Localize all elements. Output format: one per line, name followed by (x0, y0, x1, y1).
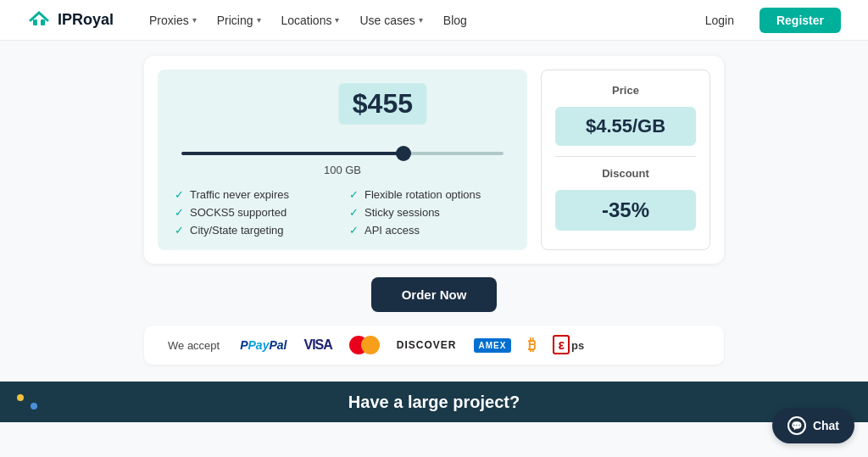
pricing-left: $455 100 GB ✓ Traffic never expires ✓ Fl… (158, 70, 527, 250)
check-icon: ✓ (175, 188, 184, 201)
pricing-right: Price $4.55/GB Discount -35% (541, 70, 710, 250)
nav-blog[interactable]: Blog (435, 8, 476, 32)
slider-container: 100 GB (181, 143, 504, 176)
per-gb-price: $4.55/GB (555, 107, 696, 146)
chat-icon: 💬 (787, 416, 806, 435)
chevron-down-icon: ▾ (192, 15, 197, 25)
svg-rect-0 (33, 20, 37, 25)
discover-icon: DISCOVER (397, 339, 457, 351)
check-icon: ✓ (349, 188, 359, 201)
logo[interactable]: IPRoyal (27, 11, 114, 30)
eps-icon: εps (553, 337, 584, 353)
blue-dot (31, 403, 37, 410)
nav-proxies[interactable]: Proxies ▾ (141, 8, 205, 32)
main-content: $455 100 GB ✓ Traffic never expires ✓ Fl… (0, 41, 868, 380)
nav-right: Login Register (690, 8, 841, 33)
nav-pricing[interactable]: Pricing ▾ (209, 8, 270, 32)
check-icon: ✓ (175, 224, 184, 237)
banner-title: Have a large project? (348, 393, 520, 412)
register-button[interactable]: Register (760, 8, 841, 33)
bitcoin-icon: ₿ (528, 337, 536, 354)
order-section: Order Now (144, 277, 724, 312)
check-icon: ✓ (175, 206, 184, 219)
chat-button[interactable]: 💬 Chat (772, 408, 854, 443)
check-icon: ✓ (349, 224, 359, 237)
total-price: $455 (339, 83, 426, 125)
order-now-button[interactable]: Order Now (371, 277, 498, 312)
discount-section-label: Discount (602, 167, 649, 180)
feature-traffic: ✓ Traffic never expires (175, 188, 336, 201)
slider-label: 100 GB (181, 164, 504, 176)
divider (555, 156, 696, 157)
banner-dots (17, 394, 37, 410)
features-grid: ✓ Traffic never expires ✓ Flexible rotat… (175, 188, 510, 237)
paypal-icon: PPayPal (240, 338, 287, 352)
price-section-label: Price (612, 84, 639, 97)
discount-value: -35% (555, 190, 696, 231)
feature-city-state: ✓ City/State targeting (175, 224, 336, 237)
bottom-banner: Have a large project? (0, 382, 868, 422)
chat-label: Chat (813, 419, 839, 432)
svg-rect-1 (41, 20, 45, 25)
logo-text: IPRoyal (58, 11, 114, 29)
check-icon: ✓ (349, 206, 359, 219)
feature-api: ✓ API access (349, 224, 510, 237)
yellow-dot (17, 394, 24, 401)
visa-icon: VISA (303, 337, 331, 353)
amex-icon: AMEX (474, 338, 512, 353)
payment-icons: PPayPal VISA DISCOVER AMEX ₿ εps (240, 336, 584, 354)
chevron-down-icon: ▾ (335, 15, 339, 25)
login-button[interactable]: Login (690, 8, 749, 33)
chevron-down-icon: ▾ (419, 15, 423, 25)
navbar: IPRoyal Proxies ▾ Pricing ▾ Locations ▾ … (0, 0, 868, 41)
feature-sticky: ✓ Sticky sessions (349, 206, 510, 219)
nav-locations[interactable]: Locations ▾ (273, 8, 348, 32)
pricing-card: $455 100 GB ✓ Traffic never expires ✓ Fl… (144, 56, 724, 264)
payment-section: We accept PPayPal VISA DISCOVER AMEX ₿ ε… (144, 326, 724, 365)
nav-use-cases[interactable]: Use cases ▾ (351, 8, 431, 32)
chevron-down-icon: ▾ (257, 15, 261, 25)
gb-slider[interactable] (181, 152, 504, 155)
feature-rotation: ✓ Flexible rotation options (349, 188, 510, 201)
logo-icon (27, 11, 51, 30)
payment-label: We accept (168, 339, 220, 352)
nav-links: Proxies ▾ Pricing ▾ Locations ▾ Use case… (141, 8, 663, 32)
feature-socks5: ✓ SOCKS5 supported (175, 206, 336, 219)
mastercard-icon (349, 336, 380, 354)
